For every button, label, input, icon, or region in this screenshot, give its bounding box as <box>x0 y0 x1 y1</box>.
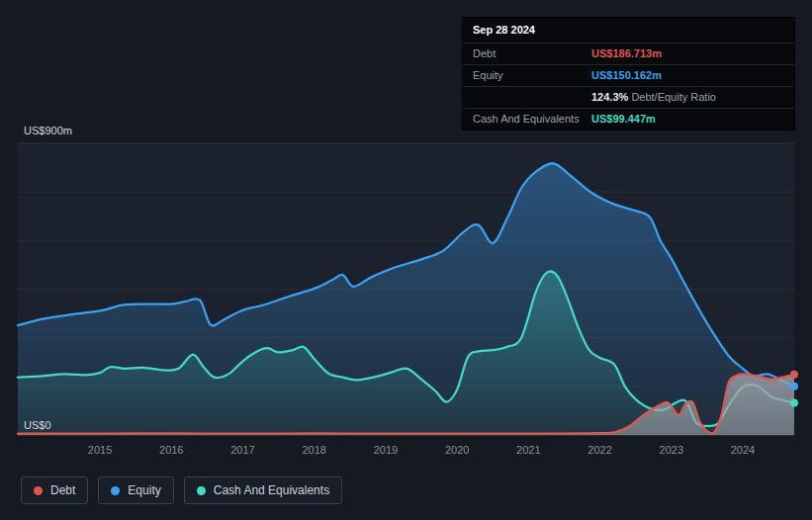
legend-item-debt[interactable]: Debt <box>21 477 88 504</box>
tooltip-row-debt: Debt US$186.713m <box>463 43 794 65</box>
cash-and-equivalents-endpoint-marker <box>790 399 798 407</box>
debt-legend-dot-icon <box>34 486 43 495</box>
equity-legend-dot-icon <box>111 486 120 495</box>
legend-item-equity[interactable]: Equity <box>98 477 173 504</box>
tooltip-row-equity: Equity US$150.162m <box>463 65 794 87</box>
legend-item-cash[interactable]: Cash And Equivalents <box>184 477 342 504</box>
tooltip-equity-label: Equity <box>473 68 591 83</box>
tooltip-date: Sep 28 2024 <box>473 23 535 38</box>
legend-label-equity: Equity <box>128 483 160 497</box>
x-axis-label: 2018 <box>302 444 325 456</box>
x-axis-label: 2016 <box>159 444 183 456</box>
x-axis-label: 2017 <box>230 444 254 456</box>
tooltip-debt-value: US$186.713m <box>591 46 662 61</box>
tooltip-ratio-value: 124.3% <box>591 91 628 103</box>
x-axis-label: 2021 <box>516 444 540 456</box>
x-axis-label: 2019 <box>374 444 398 456</box>
legend-label-debt: Debt <box>50 483 75 497</box>
tooltip-cash-value: US$99.447m <box>591 112 656 127</box>
legend: Debt Equity Cash And Equivalents <box>21 477 342 504</box>
tooltip-header: Sep 28 2024 <box>463 18 794 43</box>
tooltip-ratio-label: Debt/Equity Ratio <box>631 91 716 103</box>
debt-endpoint-marker <box>790 371 798 379</box>
tooltip: Sep 28 2024 Debt US$186.713m Equity US$1… <box>462 17 795 130</box>
x-axis-label: 2020 <box>445 444 469 456</box>
equity-endpoint-marker <box>790 383 798 390</box>
y-axis-max-label: US$900m <box>24 125 72 136</box>
x-axis-label: 2024 <box>731 444 755 456</box>
tooltip-ratio: 124.3% Debt/Equity Ratio <box>591 90 716 105</box>
tooltip-cash-label: Cash And Equivalents <box>473 112 591 127</box>
legend-label-cash: Cash And Equivalents <box>214 483 329 497</box>
tooltip-equity-value: US$150.162m <box>591 68 662 83</box>
tooltip-debt-label: Debt <box>473 46 591 61</box>
tooltip-row-ratio: 124.3% Debt/Equity Ratio <box>463 87 794 109</box>
x-axis-label: 2015 <box>88 444 112 456</box>
x-axis-label: 2022 <box>587 444 611 456</box>
x-axis-label: 2023 <box>660 444 683 456</box>
tooltip-row-cash: Cash And Equivalents US$99.447m <box>463 109 794 130</box>
y-axis-min-label: US$0 <box>24 419 51 431</box>
cash-legend-dot-icon <box>197 486 206 495</box>
